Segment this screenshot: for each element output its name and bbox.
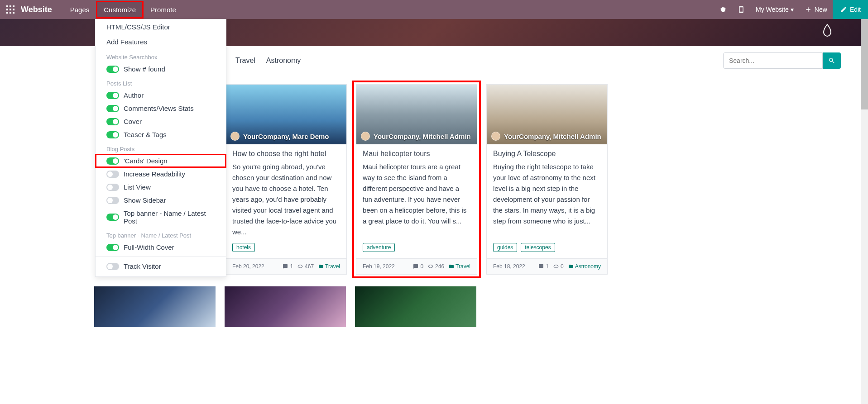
svg-rect-5 xyxy=(13,9,14,10)
author-label: YourCompany, Mitchell Admin xyxy=(504,133,601,140)
svg-rect-3 xyxy=(6,9,8,10)
search-button[interactable] xyxy=(823,52,841,69)
scroll-thumb[interactable] xyxy=(861,19,868,109)
droplet-icon[interactable] xyxy=(822,24,833,38)
comment-count: 1 xyxy=(290,263,293,270)
card-text: So you're going abroad, you've chosen yo… xyxy=(232,162,340,238)
dropdown-html-editor[interactable]: HTML/CSS/JS Editor xyxy=(96,19,226,34)
comment-count: 0 xyxy=(420,263,423,270)
toggle-teaser-tags[interactable]: Teaser & Tags xyxy=(96,128,226,141)
svg-rect-0 xyxy=(6,5,8,7)
cards-row: YourCompany, Marc Demo How to choose the… xyxy=(225,84,841,275)
toggle-switch[interactable] xyxy=(106,244,119,251)
toggle-switch[interactable] xyxy=(106,118,119,125)
folder-icon xyxy=(449,264,454,269)
card-text: Buying the right telescope to take your … xyxy=(493,162,601,227)
my-website-dropdown[interactable]: My Website ▾ xyxy=(750,6,799,13)
toggle-list-view[interactable]: List View xyxy=(96,181,226,194)
toggle-switch[interactable] xyxy=(106,157,119,165)
toggle-track-visitor[interactable]: Track Visitor xyxy=(96,260,226,273)
card-cover-image: YourCompany, Mitchell Admin xyxy=(356,85,477,144)
toggle-author[interactable]: Author xyxy=(96,89,226,102)
folder-icon xyxy=(568,264,574,269)
search-input[interactable] xyxy=(723,52,823,69)
nav-promote[interactable]: Promote xyxy=(143,1,183,18)
author-label: YourCompany, Mitchell Admin xyxy=(374,133,471,140)
toggle-switch[interactable] xyxy=(106,131,119,138)
toggle-switch[interactable] xyxy=(106,184,119,191)
category-label[interactable]: Astronomy xyxy=(575,263,601,270)
svg-rect-4 xyxy=(10,9,11,10)
svg-rect-6 xyxy=(6,12,8,14)
toggle-switch[interactable] xyxy=(106,197,119,204)
blog-card-cover[interactable] xyxy=(355,286,476,327)
views-icon xyxy=(428,264,433,269)
topbar: Website Pages Customize Promote My Websi… xyxy=(0,0,868,19)
svg-rect-2 xyxy=(13,5,14,7)
card-date: Feb 19, 2022 xyxy=(363,263,395,270)
edit-label: Edit xyxy=(850,6,861,13)
toggle-switch[interactable] xyxy=(106,171,119,178)
card-title: Maui helicopter tours xyxy=(363,150,470,158)
tag[interactable]: guides xyxy=(493,243,517,252)
category-label[interactable]: Travel xyxy=(456,263,470,270)
card-date: Feb 20, 2022 xyxy=(232,263,264,270)
apps-icon[interactable] xyxy=(0,5,21,14)
avatar xyxy=(230,132,240,141)
toggle-switch[interactable] xyxy=(106,66,119,73)
blog-card[interactable]: YourCompany, Mitchell Admin Buying A Tel… xyxy=(486,84,608,275)
nav-pages[interactable]: Pages xyxy=(63,1,97,18)
views-icon xyxy=(297,264,303,269)
filter-row: Travel Astronomy xyxy=(230,46,841,75)
brand-label[interactable]: Website xyxy=(21,5,63,14)
tag[interactable]: hotels xyxy=(232,243,255,252)
avatar xyxy=(491,132,500,141)
folder-icon xyxy=(318,264,324,269)
author-label: YourCompany, Marc Demo xyxy=(243,133,329,140)
comment-icon xyxy=(283,264,288,269)
toggle-switch[interactable] xyxy=(106,92,119,99)
toggle-comments-views[interactable]: Comments/Views Stats xyxy=(96,102,226,115)
toggle-full-width-cover[interactable]: Full-Width Cover xyxy=(96,241,226,254)
comment-icon xyxy=(538,264,544,269)
toggle-switch[interactable] xyxy=(106,263,119,270)
toggle-show-sidebar[interactable]: Show Sidebar xyxy=(96,194,226,207)
nav-customize[interactable]: Customize xyxy=(96,1,143,18)
views-icon xyxy=(553,264,559,269)
toggle-cover[interactable]: Cover xyxy=(96,115,226,128)
comment-icon xyxy=(413,264,418,269)
my-website-label: My Website xyxy=(756,6,789,13)
toggle-show-found[interactable]: Show # found xyxy=(96,62,226,76)
dropdown-add-features[interactable]: Add Features xyxy=(96,34,226,49)
new-button[interactable]: New xyxy=(799,6,833,13)
dropdown-header-posts-list: Posts List xyxy=(96,76,226,89)
toggle-switch[interactable] xyxy=(106,105,119,112)
dropdown-header-top-banner: Top banner - Name / Latest Post xyxy=(96,228,226,241)
category-label[interactable]: Travel xyxy=(325,263,340,270)
filter-travel[interactable]: Travel xyxy=(230,55,261,67)
blog-card-cover[interactable] xyxy=(225,286,346,327)
card-date: Feb 18, 2022 xyxy=(493,263,525,270)
tag[interactable]: adventure xyxy=(363,243,395,252)
blog-card-cover[interactable] xyxy=(94,286,216,327)
comment-count: 1 xyxy=(546,263,549,270)
filter-astronomy[interactable]: Astronomy xyxy=(261,55,306,67)
toggle-switch[interactable] xyxy=(106,214,119,221)
tag[interactable]: telescopes xyxy=(521,243,555,252)
card-cover-image: YourCompany, Marc Demo xyxy=(226,85,346,144)
card-text: Maui helicopter tours are a great way to… xyxy=(363,162,470,227)
card-title: Buying A Telescope xyxy=(493,150,601,158)
toggle-top-banner[interactable]: Top banner - Name / Latest Post xyxy=(96,207,226,228)
card-cover-image: YourCompany, Mitchell Admin xyxy=(487,85,607,144)
mobile-icon[interactable] xyxy=(732,6,750,13)
dropdown-header-searchbox: Website Searchbox xyxy=(96,49,226,62)
toggle-cards-design[interactable]: 'Cards' Design xyxy=(96,154,226,167)
blog-card[interactable]: YourCompany, Marc Demo How to choose the… xyxy=(225,84,347,275)
new-label: New xyxy=(815,6,827,13)
toggle-increase-readability[interactable]: Increase Readability xyxy=(96,167,226,181)
blog-card[interactable]: YourCompany, Mitchell Admin Maui helicop… xyxy=(356,84,477,275)
bug-icon[interactable] xyxy=(714,6,732,13)
scrollbar[interactable] xyxy=(861,19,868,327)
views-count: 0 xyxy=(561,263,564,270)
edit-button[interactable]: Edit xyxy=(833,0,868,19)
